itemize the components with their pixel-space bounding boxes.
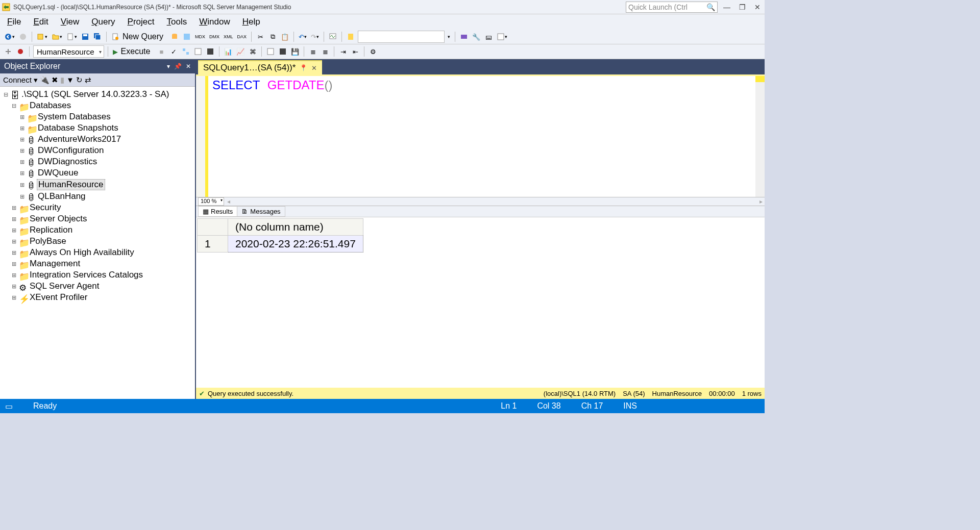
refresh-icon[interactable]: ↻: [76, 75, 83, 85]
code-text[interactable]: SELECT GETDATE(): [208, 76, 755, 197]
tree-agent[interactable]: SQL Server Agent: [29, 281, 100, 291]
paste-button[interactable]: 📋: [280, 31, 290, 42]
outdent-icon[interactable]: ⇤: [350, 46, 360, 57]
tree-management[interactable]: Management: [29, 259, 81, 269]
results-file-icon[interactable]: 💾: [290, 46, 300, 57]
sqlcmd-icon[interactable]: ⌘: [248, 46, 258, 57]
nav-fwd-button[interactable]: [18, 31, 28, 42]
include-plan-icon[interactable]: 📊: [223, 46, 233, 57]
activity-monitor-icon[interactable]: [328, 31, 338, 42]
include-stats-icon[interactable]: 📈: [235, 46, 246, 57]
stop-button[interactable]: ■: [156, 46, 166, 57]
display-plan-icon[interactable]: [181, 46, 191, 57]
grid-corner[interactable]: [198, 219, 228, 236]
tree-dwd[interactable]: DWDiagnostics: [37, 157, 98, 167]
solution-explorer-icon[interactable]: ▾: [496, 31, 508, 42]
find-dropdown-icon[interactable]: ▾: [447, 34, 451, 39]
panel-pin-icon[interactable]: 📌: [174, 63, 182, 70]
parse-button[interactable]: ✓: [168, 46, 179, 57]
save-all-button[interactable]: [92, 31, 103, 42]
scroll-right-icon[interactable]: ▸: [760, 198, 763, 205]
disconnect-tree-icon[interactable]: 🔌: [40, 75, 50, 85]
db-engine-query-icon[interactable]: [169, 31, 180, 42]
dax-query-icon[interactable]: DAX: [236, 31, 248, 42]
template-icon[interactable]: 🖴: [483, 31, 494, 42]
new-query-button[interactable]: New Query: [110, 31, 167, 42]
tree-hr[interactable]: HumanResource: [37, 179, 105, 190]
add-item-button[interactable]: ▾: [65, 31, 78, 42]
change-connection-icon[interactable]: [3, 46, 13, 57]
results-text-icon[interactable]: [265, 46, 276, 57]
properties-icon[interactable]: [346, 31, 356, 42]
tree-xevent[interactable]: XEvent Profiler: [29, 292, 88, 302]
tree-adv[interactable]: AdventureWorks2017: [37, 134, 122, 144]
tree-replication[interactable]: Replication: [29, 225, 74, 235]
pin-icon[interactable]: 📍: [300, 64, 307, 71]
code-editor[interactable]: SELECT GETDATE() ＋: [196, 74, 765, 197]
tree-sysdb[interactable]: System Databases: [37, 112, 112, 122]
tree-security[interactable]: Security: [29, 203, 62, 213]
menu-edit[interactable]: Edit: [28, 15, 53, 29]
results-grid[interactable]: (No column name) 1 2020-02-23 22:26:51.4…: [196, 217, 765, 388]
intellisense-icon[interactable]: [205, 46, 215, 57]
disconnect-icon[interactable]: [15, 46, 26, 57]
menu-project[interactable]: Project: [122, 15, 160, 29]
comment-icon[interactable]: ≣: [308, 46, 318, 57]
results-grid-icon[interactable]: [278, 46, 288, 57]
close-window-button[interactable]: ✕: [752, 2, 763, 12]
uncomment-icon[interactable]: ≣: [320, 46, 330, 57]
object-tree[interactable]: ⊟🗄.\SQL1 (SQL Server 14.0.3223.3 - SA) ⊟…: [0, 87, 195, 399]
menu-view[interactable]: View: [56, 15, 85, 29]
grid-row-header[interactable]: 1: [198, 236, 228, 253]
new-project-button[interactable]: ▾: [36, 31, 48, 42]
tree-dwq[interactable]: DWQueue: [37, 168, 79, 178]
tree-dwc[interactable]: DWConfiguration: [37, 145, 105, 156]
filter-icon[interactable]: ▼: [66, 75, 74, 84]
specify-values-icon[interactable]: ⚙: [368, 46, 378, 57]
nav-back-button[interactable]: ▾: [3, 31, 16, 42]
open-file-button[interactable]: ▾: [51, 31, 63, 42]
document-tab[interactable]: SQLQuery1…(SA (54))* 📍 ✕: [198, 60, 322, 74]
tree-server[interactable]: .\SQL1 (SQL Server 14.0.3223.3 - SA): [20, 89, 170, 99]
tree-databases[interactable]: Databases: [29, 100, 72, 111]
tree-always-on[interactable]: Always On High Availability: [29, 247, 135, 258]
copy-button[interactable]: ⧉: [267, 31, 278, 42]
menu-tools[interactable]: Tools: [162, 15, 192, 29]
zoom-dropdown[interactable]: 100 %: [198, 197, 224, 206]
wrench-icon[interactable]: 🔧: [471, 31, 481, 42]
sync-icon[interactable]: ⇄: [85, 75, 91, 85]
grid-column-header[interactable]: (No column name): [228, 219, 363, 236]
xmla-query-icon[interactable]: XML: [223, 31, 234, 42]
tab-results[interactable]: ▦Results: [198, 206, 237, 217]
quick-launch-input[interactable]: Quick Launch (Ctrl 🔍: [626, 2, 718, 13]
dmx-query-icon[interactable]: DMX: [208, 31, 220, 42]
panel-dropdown-icon[interactable]: ▾: [167, 63, 170, 70]
cut-button[interactable]: ✂: [255, 31, 265, 42]
mdx-query-icon[interactable]: MDX: [194, 31, 206, 42]
menu-help[interactable]: Help: [237, 15, 265, 29]
tree-isc[interactable]: Integration Services Catalogs: [29, 270, 144, 280]
tree-snap[interactable]: Database Snapshots: [37, 123, 119, 133]
execute-button[interactable]: ▶Execute: [112, 46, 155, 57]
connect-button[interactable]: Connect ▾: [3, 75, 38, 85]
scroll-left-icon[interactable]: ◂: [227, 198, 230, 205]
minimize-button[interactable]: —: [722, 2, 732, 12]
undo-button[interactable]: ↶▾: [298, 31, 308, 42]
indent-icon[interactable]: ⇥: [338, 46, 348, 57]
save-button[interactable]: [80, 31, 90, 42]
tab-messages[interactable]: 🗎Messages: [237, 206, 285, 217]
filter-gray-icon[interactable]: ▮: [60, 75, 64, 85]
as-query-icon[interactable]: [182, 31, 192, 42]
grid-cell[interactable]: 2020-02-23 22:26:51.497: [228, 236, 363, 253]
menu-window[interactable]: Window: [194, 15, 235, 29]
restore-button[interactable]: ❐: [737, 2, 747, 12]
find-input[interactable]: [358, 31, 445, 43]
stop-tree-icon[interactable]: ✖: [52, 75, 58, 85]
redo-button[interactable]: ↷▾: [310, 31, 320, 42]
overview-ruler[interactable]: ＋: [755, 76, 765, 197]
tree-polybase[interactable]: PolyBase: [29, 236, 67, 246]
tree-qlb[interactable]: QLBanHang: [37, 191, 87, 201]
query-options-icon[interactable]: [193, 46, 203, 57]
close-tab-icon[interactable]: ✕: [311, 64, 317, 72]
tree-server-objects[interactable]: Server Objects: [29, 214, 88, 224]
